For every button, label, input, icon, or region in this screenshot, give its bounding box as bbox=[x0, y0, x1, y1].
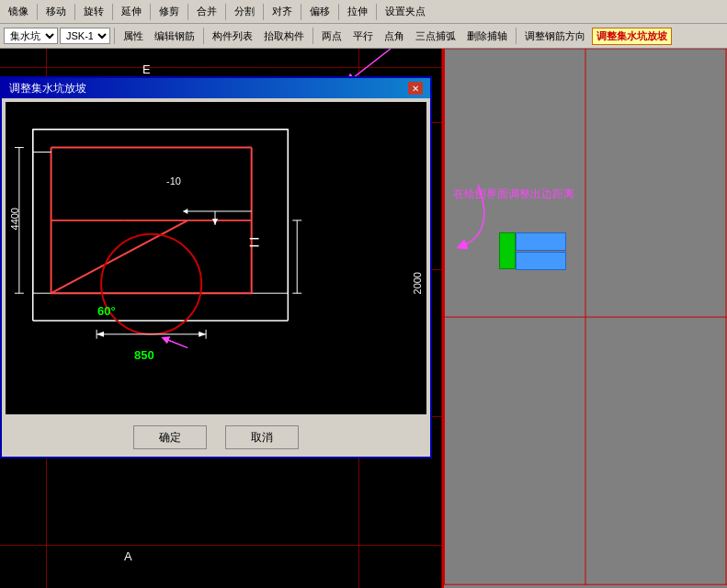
component-list-btn[interactable]: 构件列表 bbox=[208, 28, 257, 45]
del-axis-btn[interactable]: 删除捕轴 bbox=[462, 28, 512, 45]
dialog-cancel-btn[interactable]: 取消 bbox=[225, 425, 299, 449]
trim-btn[interactable]: 修剪 bbox=[154, 3, 184, 20]
align-btn[interactable]: 对齐 bbox=[267, 3, 297, 20]
sep10 bbox=[376, 4, 377, 20]
svg-marker-24 bbox=[212, 219, 218, 225]
sep12 bbox=[203, 28, 204, 44]
sep6 bbox=[225, 4, 226, 20]
move-btn[interactable]: 移动 bbox=[41, 3, 71, 20]
label-e: E bbox=[142, 62, 151, 76]
label-a: A bbox=[124, 549, 132, 563]
dialog-svg bbox=[6, 102, 426, 412]
pit-element bbox=[499, 232, 566, 270]
setgrip-btn[interactable]: 设置夹点 bbox=[381, 3, 430, 20]
dialog-footer: 确定 取消 bbox=[2, 418, 430, 457]
dim-neg10-label: -10 bbox=[166, 175, 181, 187]
sep11 bbox=[114, 28, 115, 44]
svg-line-31 bbox=[165, 339, 187, 348]
three-arc-btn[interactable]: 三点捕弧 bbox=[411, 28, 460, 45]
toolbar-area: 镜像 移动 旋转 延伸 修剪 合并 分割 对齐 偏移 拉伸 设置夹点 集水坑 J… bbox=[0, 0, 727, 49]
sep14 bbox=[516, 28, 517, 44]
svg-point-25 bbox=[101, 234, 201, 334]
dim-850-label: 850 bbox=[134, 348, 154, 362]
right-panel: 在绘图界面调整出边距离 bbox=[442, 49, 727, 588]
offset-btn[interactable]: 偏移 bbox=[305, 3, 335, 20]
split-btn[interactable]: 分割 bbox=[230, 3, 259, 20]
dialog-ok-btn[interactable]: 确定 bbox=[133, 425, 207, 449]
dialog-title-text: 调整集水坑放坡 bbox=[9, 81, 86, 96]
svg-line-12 bbox=[51, 220, 188, 293]
property-btn[interactable]: 属性 bbox=[119, 28, 148, 45]
element-cyan-top bbox=[516, 232, 566, 251]
element-green bbox=[499, 232, 516, 269]
adjust-rebar-dir-btn[interactable]: 调整钢筋方向 bbox=[520, 28, 590, 45]
pick-component-btn[interactable]: 抬取构件 bbox=[259, 28, 309, 45]
stretch-btn[interactable]: 拉伸 bbox=[343, 3, 372, 20]
sep1 bbox=[37, 4, 38, 20]
sep8 bbox=[301, 4, 301, 20]
annotation-text: 在绘图界面调整出边距离 bbox=[453, 187, 574, 202]
toolbar-row2: 集水坑 JSK-1 属性 编辑钢筋 构件列表 抬取构件 两点 平行 点角 三点捕… bbox=[0, 24, 727, 48]
drawing-canvas[interactable]: E A 调整集水坑放坡 ✕ bbox=[0, 49, 442, 588]
extend-btn[interactable]: 延伸 bbox=[117, 3, 146, 20]
rotate-btn[interactable]: 旋转 bbox=[79, 3, 108, 20]
dim-2000-label: 2000 bbox=[412, 272, 423, 294]
sep2 bbox=[74, 4, 75, 20]
sep4 bbox=[150, 4, 151, 20]
svg-marker-30 bbox=[199, 332, 206, 337]
merge-btn[interactable]: 合并 bbox=[192, 3, 222, 20]
main-area: E A 调整集水坑放坡 ✕ bbox=[0, 49, 727, 588]
dialog: 调整集水坑放坡 ✕ bbox=[0, 76, 432, 458]
sep5 bbox=[187, 4, 188, 20]
svg-marker-29 bbox=[97, 332, 104, 337]
dialog-close-btn[interactable]: ✕ bbox=[408, 82, 423, 95]
sep3 bbox=[112, 4, 113, 20]
sep7 bbox=[263, 4, 264, 20]
angle-60-label: 60° bbox=[97, 304, 116, 318]
point-angle-btn[interactable]: 点角 bbox=[380, 28, 409, 45]
sep9 bbox=[338, 4, 339, 20]
toolbar-row1: 镜像 移动 旋转 延伸 修剪 合并 分割 对齐 偏移 拉伸 设置夹点 bbox=[0, 0, 727, 24]
adjust-pit-slope-btn[interactable]: 调整集水坑放坡 bbox=[592, 28, 672, 45]
edit-rebar-btn[interactable]: 编辑钢筋 bbox=[150, 28, 199, 45]
component-type-select[interactable]: 集水坑 bbox=[4, 28, 58, 44]
two-point-btn[interactable]: 两点 bbox=[317, 28, 346, 45]
dialog-title: 调整集水坑放坡 ✕ bbox=[2, 78, 430, 98]
dialog-content: 4400 2000 -10 60° 850 bbox=[6, 102, 426, 414]
sep13 bbox=[312, 28, 313, 44]
right-grid-svg bbox=[444, 49, 727, 585]
element-cyan-bottom bbox=[516, 252, 566, 270]
mirror-btn[interactable]: 镜像 bbox=[4, 3, 33, 20]
dim-4400-label: 4400 bbox=[9, 208, 20, 230]
parallel-btn[interactable]: 平行 bbox=[348, 28, 378, 45]
component-id-select[interactable]: JSK-1 bbox=[60, 28, 110, 44]
svg-marker-22 bbox=[183, 209, 187, 214]
